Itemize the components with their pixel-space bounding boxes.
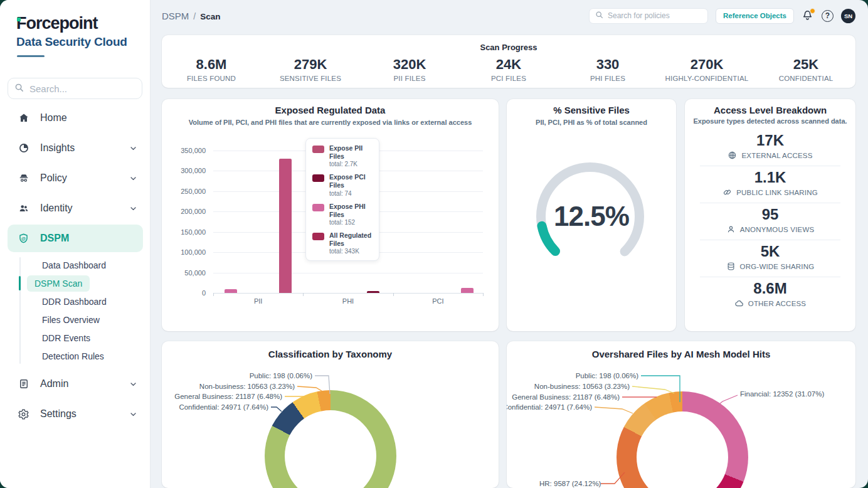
legend-label: Expose PCI Files [329, 173, 373, 189]
breadcrumb: DSPM / Scan [162, 11, 221, 21]
globe-icon [728, 151, 737, 160]
bar [279, 159, 292, 293]
policy-search-input[interactable] [608, 11, 705, 20]
sidebar-item-settings[interactable]: Settings [0, 399, 151, 429]
stat-value: 25K [756, 56, 855, 73]
policy-search[interactable] [589, 8, 708, 24]
sidebar: Forcepoint Data Security Cloud HomeInsig… [0, 0, 151, 488]
sidebar-item-admin[interactable]: Admin [0, 369, 151, 399]
donut-callout: Public: 198 (0.06%) [576, 372, 638, 379]
stat-label: HIGHLY-CONFIDENTIAL [657, 75, 756, 82]
sidebar-item-label: Settings [40, 408, 77, 420]
access-row-public-link-sharing: 1.1KPUBLIC LINK SHARING [685, 166, 855, 203]
subitem-label: Files Overview [34, 312, 107, 328]
logo-underline [17, 55, 45, 57]
legend-swatch [312, 174, 324, 182]
donut-callout: Public: 198 (0.06%) [250, 372, 312, 379]
scan-stat: 279KSENSITIVE FILES [261, 56, 360, 82]
subitem-label: DDR Dashboard [34, 294, 114, 310]
chart-subtitle: Volume of PII, PCI, and PHI files that a… [162, 119, 499, 126]
sidebar-item-dspm[interactable]: @DSPM [8, 225, 143, 252]
sidebar-nav: HomeInsightsPolicyIdentity@DSPMData Dash… [0, 103, 151, 429]
stat-value: 279K [261, 56, 360, 73]
app-window: Forcepoint Data Security Cloud HomeInsig… [0, 0, 868, 488]
subitem-label: DSPM Scan [27, 275, 90, 292]
access-level-breakdown-card: Access Level Breakdown Exposure types de… [685, 99, 855, 331]
scan-progress-card: Scan Progress 8.6MFILES FOUND279KSENSITI… [162, 35, 855, 88]
bar [367, 291, 379, 293]
forcepoint-logo: Forcepoint [16, 14, 98, 33]
sidebar-item-identity[interactable]: Identity [0, 193, 151, 223]
legend-item: Expose PII Filestotal: 2.7K [312, 144, 373, 167]
legend-total: total: 152 [329, 219, 373, 226]
chevron-down-icon[interactable] [129, 144, 138, 153]
scan-progress-stats: 8.6MFILES FOUND279KSENSITIVE FILES320KPI… [162, 56, 855, 82]
identity-icon [18, 203, 29, 215]
bar [461, 288, 474, 293]
access-value: 8.6M [685, 280, 855, 297]
help-icon[interactable]: ? [822, 10, 834, 22]
access-subtitle: Exposure types detected across scanned d… [685, 117, 855, 125]
donut-callout: HR: 9587 (24.12%) [539, 480, 601, 487]
access-row-anonymous-views: 95ANONYMOUS VIEWS [685, 203, 855, 240]
donut-callout: General Business: 21187 (6.48%) [174, 393, 282, 400]
access-title: Access Level Breakdown [685, 105, 855, 115]
svg-text:@: @ [21, 235, 26, 241]
person-icon [726, 225, 736, 234]
sidebar-item-home[interactable]: Home [0, 103, 151, 133]
access-row-org-wide-sharing: 5KORG-WIDE SHARING [685, 240, 855, 277]
product-name: Data Security Cloud [16, 35, 127, 49]
chevron-down-icon[interactable] [129, 204, 138, 213]
legend-total: total: 2.7K [329, 161, 373, 167]
reference-objects-button[interactable]: Reference Objects [716, 8, 794, 24]
gauge-title: % Sensitive Files [507, 105, 676, 115]
access-label: OTHER ACCESS [748, 300, 807, 307]
scan-stat: 320KPII FILES [360, 56, 459, 82]
sidebar-subitem-ddr-events[interactable]: DDR Events [0, 329, 151, 347]
sidebar-subitem-data-dashboard[interactable]: Data Dashboard [0, 256, 151, 274]
sidebar-subitem-ddr-dashboard[interactable]: DDR Dashboard [0, 292, 151, 310]
stat-value: 330 [558, 56, 657, 73]
taxonomy-donut [265, 390, 396, 488]
x-axis-label: PCI [413, 297, 463, 305]
y-axis-tick: 350,000 [162, 147, 206, 154]
stat-label: PII FILES [360, 75, 459, 82]
breadcrumb-parent[interactable]: DSPM [162, 11, 189, 21]
database-icon [726, 262, 736, 271]
admin-icon [18, 378, 29, 390]
sidebar-item-label: Admin [40, 378, 68, 390]
access-label: ORG-WIDE SHARING [740, 263, 815, 270]
sidebar-subitem-dspm-scan[interactable]: DSPM Scan [0, 274, 151, 292]
donut-callout: Non-business: 10563 (3.23%) [199, 383, 295, 390]
sidebar-search-input[interactable] [29, 83, 124, 94]
access-rows: 17KEXTERNAL ACCESS1.1KPUBLIC LINK SHARIN… [685, 129, 855, 314]
search-icon [14, 83, 24, 95]
chevron-down-icon[interactable] [129, 174, 138, 183]
chevron-down-icon[interactable] [129, 410, 138, 419]
sidebar-item-insights[interactable]: Insights [0, 133, 151, 163]
legend-label: Expose PII Files [329, 144, 373, 161]
scan-stat: 330PHI FILES [558, 56, 657, 82]
stat-label: FILES FOUND [162, 75, 261, 82]
sidebar-subitem-detection-rules[interactable]: Detection Rules [0, 347, 151, 365]
sidebar-item-label: Policy [40, 172, 67, 184]
scan-stat: 270KHIGHLY-CONFIDENTIAL [657, 56, 756, 82]
scan-stat: 25KCONFIDENTIAL [756, 56, 855, 82]
sidebar-item-label: Home [40, 112, 67, 124]
sidebar-item-policy[interactable]: Policy [0, 163, 151, 193]
notifications-bell-icon[interactable] [802, 9, 814, 22]
legend-swatch [312, 204, 324, 211]
chevron-down-icon[interactable] [129, 379, 138, 389]
legend-total: total: 74 [329, 190, 373, 197]
legend-item: Expose PHI Filestotal: 152 [312, 203, 373, 226]
avatar[interactable]: SN [841, 9, 855, 23]
x-axis-label: PHI [323, 297, 373, 305]
stat-value: 8.6M [162, 56, 261, 73]
sidebar-search[interactable] [8, 78, 142, 99]
chart-title: Exposed Regulated Data [162, 105, 499, 115]
access-value: 1.1K [685, 169, 855, 186]
forcepoint-logo-dot-icon [17, 18, 21, 21]
notification-dot [810, 8, 815, 14]
sidebar-subitem-files-overview[interactable]: Files Overview [0, 310, 151, 329]
sensitive-files-gauge-card: % Sensitive Files PII, PCI, PHI as % of … [507, 99, 676, 331]
